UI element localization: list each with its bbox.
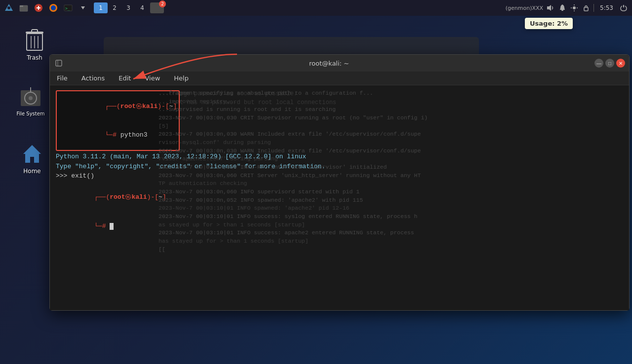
usage-tooltip: Usage: 2% bbox=[525, 18, 573, 29]
svg-rect-17 bbox=[584, 7, 588, 11]
svg-point-26 bbox=[29, 96, 33, 100]
svg-rect-11 bbox=[561, 10, 563, 11]
taskbar-dropdown-icon[interactable] bbox=[76, 1, 90, 15]
power-icon[interactable] bbox=[619, 3, 628, 12]
workspace-switcher: 1 2 3 4 2 bbox=[94, 2, 164, 13]
tray-separator bbox=[593, 4, 594, 12]
terminal-maximize-button[interactable]: □ bbox=[605, 59, 614, 68]
desktop: >_ 1 2 3 4 2 (genmon)XXX bbox=[0, 0, 632, 364]
svg-marker-28 bbox=[23, 145, 41, 163]
prompt-line-1-container: ┌──(root㉿kali)-[~] └─# python3 bbox=[56, 90, 623, 151]
redapp-taskbar-icon[interactable] bbox=[32, 1, 45, 15]
desktop-icon-filesystem[interactable]: File System bbox=[11, 81, 50, 120]
cursor bbox=[110, 223, 114, 230]
workspace-2[interactable]: 2 bbox=[108, 2, 121, 13]
terminal-close-button[interactable]: ✕ bbox=[616, 59, 625, 68]
desktop-icon-trash[interactable]: Trash bbox=[15, 25, 54, 65]
workspace-4[interactable]: 4 bbox=[135, 2, 149, 13]
time-display: 5:53 bbox=[597, 4, 616, 11]
svg-rect-3 bbox=[20, 5, 23, 7]
filesystem-label: File System bbox=[16, 111, 44, 116]
brightness-icon[interactable] bbox=[570, 3, 579, 12]
terminal-window: root@kali: ~ — □ ✕ File Actions Edit Vie… bbox=[49, 54, 630, 311]
system-tray: (genmon)XXX bbox=[506, 3, 632, 12]
log-20: [[ bbox=[158, 246, 625, 254]
prompt-line-1: ┌──(root㉿kali)-[~] bbox=[59, 103, 177, 120]
trash-icon-image bbox=[23, 29, 46, 52]
menu-edit[interactable]: Edit bbox=[116, 73, 134, 83]
terminal-taskbar-icon[interactable]: >_ bbox=[61, 1, 75, 15]
svg-text:>_: >_ bbox=[65, 6, 70, 11]
workspace-3[interactable]: 3 bbox=[121, 2, 135, 13]
taskbar-left: >_ bbox=[0, 1, 90, 15]
workspace-badge: 2 bbox=[159, 0, 166, 7]
prompt-cmd-1: └─# python3 bbox=[59, 131, 147, 148]
svg-marker-10 bbox=[547, 5, 551, 11]
menu-file[interactable]: File bbox=[54, 73, 71, 83]
kali-menu-icon[interactable] bbox=[2, 1, 16, 15]
svg-point-1 bbox=[7, 6, 10, 9]
menu-help[interactable]: Help bbox=[171, 73, 192, 83]
terminal-collapse-button[interactable]: — bbox=[594, 59, 603, 68]
terminal-title: root@kali: ~ bbox=[64, 60, 594, 67]
volume-icon[interactable] bbox=[546, 3, 555, 12]
terminal-window-pin[interactable] bbox=[54, 58, 64, 68]
cpu-label: (genmon)XXX bbox=[506, 5, 543, 11]
firefox-taskbar-icon[interactable] bbox=[46, 1, 60, 15]
prompt-line-2a: ┌──(root㉿kali)-[~] bbox=[56, 193, 166, 211]
terminal-menu-bar: File Actions Edit View Help bbox=[50, 72, 629, 85]
svg-point-6 bbox=[51, 5, 56, 10]
prompt-line-2-container: ┌──(root㉿kali)-[~] └─# bbox=[56, 183, 623, 241]
filesystem-icon-image bbox=[19, 85, 42, 109]
desktop-icon-home[interactable]: Home bbox=[12, 138, 52, 179]
svg-rect-29 bbox=[56, 60, 62, 66]
terminal-titlebar: root@kali: ~ — □ ✕ bbox=[50, 55, 629, 72]
terminal-content[interactable]: ...change password as soon as possible. … bbox=[50, 85, 629, 310]
python-banner-2: Type "help", "copyright", "credits" or "… bbox=[56, 162, 623, 172]
file-manager-taskbar-icon[interactable] bbox=[17, 1, 31, 15]
workspace-1[interactable]: 1 bbox=[94, 2, 108, 13]
workspace-special[interactable]: 2 bbox=[150, 2, 164, 13]
python-exit: >>> exit() bbox=[56, 171, 623, 181]
taskbar: >_ 1 2 3 4 2 (genmon)XXX bbox=[0, 0, 632, 16]
home-icon-image bbox=[20, 142, 44, 166]
trash-label: Trash bbox=[27, 54, 42, 61]
svg-rect-19 bbox=[32, 30, 38, 33]
vpn-icon[interactable] bbox=[582, 3, 591, 12]
python-banner-1: Python 3.11.2 (main, Mar 13 2023, 12:18:… bbox=[56, 152, 623, 162]
menu-view[interactable]: View bbox=[142, 73, 163, 83]
menu-actions[interactable]: Actions bbox=[79, 73, 108, 83]
prompt-line-2b: └─# bbox=[56, 222, 114, 240]
home-label: Home bbox=[23, 168, 40, 175]
svg-marker-9 bbox=[81, 6, 85, 9]
svg-point-12 bbox=[573, 6, 576, 9]
highlighted-prompt: ┌──(root㉿kali)-[~] └─# python3 bbox=[56, 90, 180, 151]
notifications-icon[interactable] bbox=[558, 3, 567, 12]
